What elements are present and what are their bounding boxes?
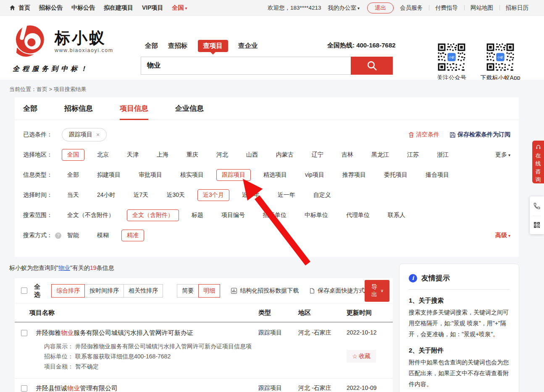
my-office-menu[interactable]: 我的办公室▾ [328,4,360,12]
region-option[interactable]: 上海 [151,149,174,161]
region-option[interactable]: 江苏 [402,149,424,161]
search-scope-option[interactable]: 全文（含附件） [127,209,179,221]
row-details: 内容展示：井陉御雅物业服务有限公司城镇污水排入管网许可新办证项目信息项 招标单位… [15,337,393,379]
result-category-tab[interactable]: 企业信息 [175,97,204,120]
export-button[interactable]: 导出∨ [365,280,389,302]
time-option[interactable]: 24小时 [92,189,121,201]
region-option[interactable]: 内蒙古 [271,149,299,161]
search-scope-option[interactable]: 联系人 [382,209,411,221]
region-option[interactable]: 天津 [121,149,144,161]
filter-row-label: 搜索范围： [23,212,62,219]
time-option[interactable]: 近7天 [128,189,154,201]
summary-keyword-link[interactable]: 物业 [58,264,70,271]
sort-button[interactable]: 综合排序 [51,284,85,298]
phone-icon[interactable] [533,202,541,210]
row-date: 2022-10-12 [347,329,393,336]
search-scope-tab[interactable]: 全部 [145,40,158,52]
result-category-tab[interactable]: 项目信息 [120,97,148,120]
save-search-subscription-button[interactable]: 保存检索条件为订阅 [449,131,510,139]
favorite-button[interactable]: ☆收藏 [347,350,376,363]
region-option[interactable]: 河北 [211,149,234,161]
breadcrumb-home-link[interactable]: 首页 [37,86,47,92]
search-input[interactable] [141,57,351,75]
view-button[interactable]: 简要 [177,284,199,298]
info-type-option[interactable]: vip项目 [300,169,330,181]
region-option[interactable]: 吉林 [336,149,359,161]
info-type-option[interactable]: 委托项目 [378,169,413,181]
logout-button[interactable]: 退出 [367,3,394,13]
info-type-option[interactable]: 核实项目 [175,169,209,181]
info-type-option[interactable]: 全部 [62,169,84,181]
region-option[interactable]: 浙江 [431,149,454,161]
topbar-nav-link[interactable]: VIP项目 [142,4,163,12]
topbar-nav-link[interactable]: 招标公告 [39,4,63,12]
info-type-option[interactable]: 撮合项目 [420,169,455,181]
project-title-link[interactable]: 井陉御雅物业服务有限公司城镇污水排入管网许可新办证 [36,329,193,337]
advanced-search-link[interactable]: 高级▾ [495,232,510,239]
column-header-date: 更新时间 [347,309,393,317]
close-icon[interactable]: × [96,131,100,138]
info-type-option[interactable]: 精选项目 [258,169,292,181]
page: 首页 招标公告中标公告拟在建项目VIP项目 全国▾ 欢迎您，183****421… [0,0,544,392]
selected-condition-chip[interactable]: 跟踪项目 × [62,128,107,141]
time-option[interactable]: 近30天 [161,189,190,201]
row-checkbox[interactable] [21,385,27,392]
project-title-link[interactable]: 井陉县恒诚物业管理有限公司 [36,384,118,392]
topbar-right-link[interactable]: 网站地图 [464,4,499,12]
select-all-checkbox[interactable] [21,287,27,294]
time-option[interactable]: 近一年 [272,189,301,201]
structured-data-download-link[interactable]: 结构化招投标数据下载 [231,287,299,295]
search-scope-option[interactable]: 中标单位 [299,209,334,221]
topbar-right-link[interactable]: 付费指导 [429,4,464,12]
info-type-option[interactable]: 审批项目 [133,169,168,181]
time-option[interactable]: 自定义 [308,189,336,201]
search-scope-option[interactable]: 项目编号 [216,209,250,221]
region-option[interactable]: 黑龙江 [366,149,394,161]
online-service-label: 在线咨询 [535,152,541,183]
search-scope-option[interactable]: 代理单位 [341,209,375,221]
online-service-tab[interactable]: 在线咨询 [532,141,544,183]
sort-button[interactable]: 按时间排序 [84,284,124,298]
region-option[interactable]: 重庆 [181,149,204,161]
region-selector[interactable]: 全国▾ [172,4,187,12]
clear-conditions-button[interactable]: 清空条件 [408,131,439,139]
search-mode-option[interactable]: 智能 [62,230,84,241]
row-checkbox[interactable] [21,330,27,336]
search-scope-tab[interactable]: 查项目 [198,40,229,52]
search-scope-option[interactable]: 标题 [186,209,209,221]
region-option[interactable]: 全国 [62,149,84,161]
desktop-shortcut-link[interactable]: 保存桌面快捷方式 [309,287,365,295]
time-option[interactable]: 近3个月 [197,189,229,201]
topbar-right-link[interactable]: 会员服务 [394,4,429,12]
info-type-option[interactable]: 推荐项目 [337,169,371,181]
region-option[interactable]: 山西 [241,149,263,161]
qr-icon[interactable] [533,222,540,228]
help-icon[interactable]: ? [55,233,61,239]
result-category-tab[interactable]: 招标信息 [64,97,93,120]
time-option[interactable]: 当天 [62,189,84,201]
topbar-nav-link[interactable]: 拟在建项目 [104,4,133,12]
sort-button[interactable]: 相关性排序 [124,284,163,298]
home-icon [9,5,16,11]
info-type-option[interactable]: 拟建项目 [92,169,126,181]
region-option[interactable]: 辽宁 [306,149,329,161]
time-option[interactable]: 近半年 [237,189,265,201]
search-scope-tab[interactable]: 查招标 [168,40,188,52]
info-type-option[interactable]: 跟踪项目 [216,169,251,181]
region-option[interactable]: 北京 [92,149,114,161]
search-scope-option[interactable]: 招标单位 [258,209,292,221]
search-mode-options: 智能模糊精准 [62,230,495,241]
search-mode-option[interactable]: 模糊 [92,230,114,241]
headset-icon [535,144,541,150]
search-scope-option[interactable]: 全文（不含附件） [62,209,120,221]
topbar-nav-link[interactable]: 中标公告 [71,4,95,12]
search-button[interactable] [351,57,393,75]
view-button[interactable]: 明细 [198,284,220,298]
brand-logo[interactable]: 标小蚁 www.biaoxiaoyi.com 全程服务到中标！ [13,24,139,73]
search-mode-option[interactable]: 精准 [121,230,144,241]
home-link[interactable]: 首页 [9,4,30,12]
result-category-tab[interactable]: 全部 [23,97,37,120]
search-scope-tab[interactable]: 查企业 [238,40,258,52]
topbar-right-link[interactable]: 招标日历 [499,4,535,12]
region-more-link[interactable]: 更多▾ [495,151,510,159]
